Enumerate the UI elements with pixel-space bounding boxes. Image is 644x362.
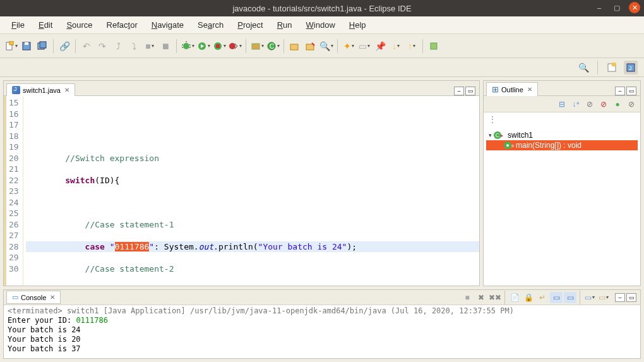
coverage-button[interactable] <box>212 39 226 53</box>
editor-minimize-button[interactable]: – <box>454 87 464 95</box>
close-outline-icon[interactable]: ✕ <box>527 86 532 93</box>
console-show-icon[interactable]: ▭ <box>564 292 576 303</box>
code-editor[interactable]: 15161718192021222324252627282930 //Switc… <box>4 96 479 286</box>
console-tab-label: Console <box>21 294 46 301</box>
outline-tab-label: Outline <box>501 86 523 94</box>
outline-hide-static-icon[interactable]: ⊘ <box>599 99 609 109</box>
outline-menu-icon[interactable]: ⋮ <box>484 112 640 126</box>
svg-point-6 <box>183 43 189 49</box>
step2-button[interactable]: ⤵ <box>127 39 141 53</box>
console-clear-icon[interactable]: 📄 <box>508 292 521 303</box>
new-class-button[interactable]: C <box>266 39 280 53</box>
svg-rect-14 <box>290 44 298 50</box>
outline-hide-fields-icon[interactable]: ⊘ <box>585 99 595 109</box>
menu-edit[interactable]: Edit <box>32 18 59 32</box>
menu-help[interactable]: Help <box>343 18 373 32</box>
search-type-button[interactable]: 🔍 <box>319 39 333 53</box>
run-button[interactable] <box>196 39 210 53</box>
open-type-button[interactable] <box>288 39 302 53</box>
outline-toolbar: ⊟ ↓ᵃ ⊘ ⊘ ● ⊘ <box>484 96 640 112</box>
window-title: javacode - tutorials/src/switch1.java - … <box>232 4 411 13</box>
svg-rect-16 <box>431 43 437 49</box>
outline-sort-icon[interactable]: ↓ᵃ <box>571 99 581 109</box>
console-maximize-button[interactable]: ▭ <box>626 293 636 302</box>
outline-focus-icon[interactable]: ⊟ <box>557 99 567 109</box>
run-ext-button[interactable] <box>228 39 242 53</box>
outline-minimize-button[interactable]: – <box>615 87 625 95</box>
history-button[interactable]: ■ <box>143 39 157 53</box>
outline-hide-local-icon[interactable]: ⊘ <box>626 99 636 109</box>
console-display-icon[interactable]: ▭ <box>583 292 596 303</box>
console-scroll-icon[interactable]: 🔒 <box>522 292 535 303</box>
close-button[interactable]: ✕ <box>629 2 640 13</box>
console-remove-icon[interactable]: ✖ <box>475 292 487 303</box>
outline-class-row[interactable]: ▾ C ▸ switch1 <box>486 130 638 140</box>
menu-search[interactable]: Search <box>191 18 230 32</box>
menu-refactor[interactable]: Refactor <box>100 18 144 32</box>
caret-down-icon: ▾ <box>489 132 492 138</box>
outline-hide-nonpublic-icon[interactable]: ● <box>612 99 623 109</box>
wizard-button[interactable] <box>427 39 441 53</box>
save-all-button[interactable] <box>35 39 49 53</box>
console-new-icon[interactable]: ▭ <box>597 292 610 303</box>
console-input-echo: 0111786 <box>76 316 108 325</box>
debug-button[interactable] <box>181 39 194 53</box>
menu-run[interactable]: Run <box>271 18 299 32</box>
outline-tabbar: ⊞ Outline ✕ – ▭ <box>484 81 640 96</box>
method-icon: ● <box>504 142 511 149</box>
outline-method-row[interactable]: ● s main(String[]) : void <box>486 140 638 150</box>
ann-next-button[interactable]: ↓ <box>389 39 403 53</box>
outline-tree[interactable]: ▾ C ▸ switch1 ● s main(String[]) : void <box>484 126 640 286</box>
console-minimize-button[interactable]: – <box>615 293 625 302</box>
console-tab[interactable]: ▭ Console ✕ <box>6 291 61 304</box>
editor-panel: switch1.java ✕ – ▭ 151617181920212223242… <box>3 80 480 286</box>
console-pin-icon[interactable]: ▭ <box>550 292 563 303</box>
editor-tab-label: switch1.java <box>23 87 61 94</box>
editor-maximize-button[interactable]: ▭ <box>465 87 475 95</box>
pin-button[interactable]: 📌 <box>373 39 387 53</box>
menu-bar: File Edit Source Refactor Navigate Searc… <box>0 16 644 34</box>
java-file-icon <box>12 86 20 94</box>
svg-rect-5 <box>40 42 46 48</box>
menu-source[interactable]: Source <box>60 18 98 32</box>
console-removeall-icon[interactable]: ✖✖ <box>489 292 501 303</box>
svg-rect-15 <box>306 44 314 50</box>
maximize-button[interactable]: ▢ <box>611 2 623 13</box>
new-button[interactable] <box>4 39 18 53</box>
stop-button[interactable]: ⏹ <box>158 39 172 53</box>
console-line: Your batch is 37 <box>8 344 636 354</box>
nav-fwd-button[interactable]: ✦ <box>342 39 355 53</box>
editor-tab-switch1[interactable]: switch1.java ✕ <box>6 83 75 96</box>
link-button[interactable]: 🔗 <box>57 39 71 53</box>
outline-maximize-button[interactable]: ▭ <box>626 87 636 95</box>
nav-drop-button[interactable]: ▭ <box>357 39 371 53</box>
close-console-icon[interactable]: ✕ <box>50 294 55 301</box>
ann-prev-button[interactable]: ↑ <box>405 39 419 53</box>
svg-rect-9 <box>216 44 220 48</box>
perspective-open-button[interactable] <box>605 61 619 75</box>
console-output[interactable]: <terminated> switch1 [Java Application] … <box>4 305 640 358</box>
menu-project[interactable]: Project <box>231 18 269 32</box>
perspective-java-button[interactable]: J <box>624 61 638 75</box>
new-package-button[interactable] <box>250 39 264 53</box>
svg-rect-3 <box>25 42 28 45</box>
step-button[interactable]: ⤴ <box>111 39 125 53</box>
svg-point-10 <box>229 43 236 49</box>
menu-file[interactable]: File <box>5 18 31 32</box>
console-terminate-icon[interactable]: ■ <box>461 292 474 303</box>
code-area[interactable]: //Switch expression switch(ID){ //Case s… <box>23 96 479 286</box>
console-wrap-icon[interactable]: ↵ <box>536 292 549 303</box>
redo-button[interactable]: ↷ <box>95 39 109 53</box>
minimize-button[interactable]: – <box>593 2 605 13</box>
menu-navigate[interactable]: Navigate <box>145 18 190 32</box>
svg-rect-18 <box>612 63 616 66</box>
open-task-button[interactable] <box>304 39 318 53</box>
menu-window[interactable]: Window <box>300 18 342 32</box>
console-tabbar: ▭ Console ✕ ■ ✖ ✖✖ 📄 🔒 ↵ ▭ ▭ ▭ ▭ – ▭ <box>4 290 640 305</box>
svg-text:C: C <box>270 43 274 50</box>
search-icon[interactable]: 🔍 <box>576 61 590 75</box>
outline-tab[interactable]: ⊞ Outline ✕ <box>486 82 538 96</box>
save-button[interactable] <box>20 39 33 53</box>
undo-button[interactable]: ↶ <box>80 39 93 53</box>
close-tab-icon[interactable]: ✕ <box>64 87 69 94</box>
